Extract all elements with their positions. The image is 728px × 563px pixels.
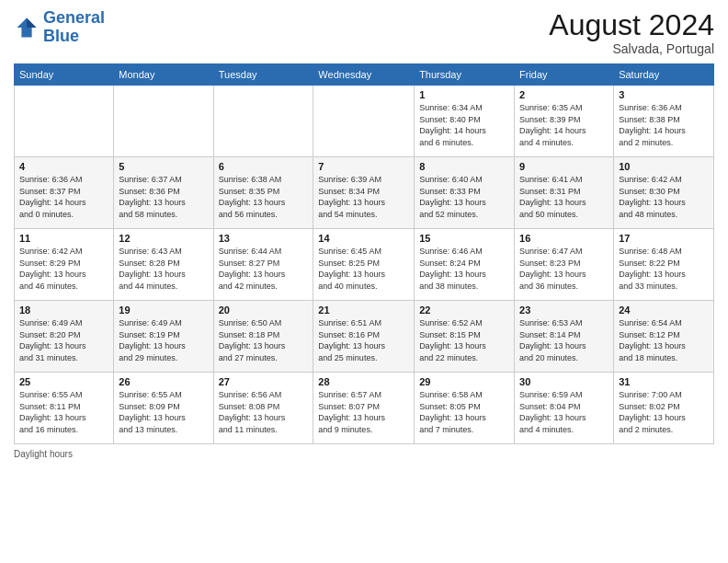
calendar: SundayMondayTuesdayWednesdayThursdayFrid… <box>14 63 714 444</box>
logo-icon <box>14 15 40 40</box>
day-info: Sunrise: 6:58 AM Sunset: 8:05 PM Dayligh… <box>419 389 509 435</box>
day-info: Sunrise: 6:54 AM Sunset: 8:12 PM Dayligh… <box>619 317 709 363</box>
day-number: 5 <box>119 161 208 172</box>
calendar-cell: 11Sunrise: 6:42 AM Sunset: 8:29 PM Dayli… <box>15 229 114 301</box>
calendar-day-header: Wednesday <box>313 64 415 86</box>
calendar-header-row: SundayMondayTuesdayWednesdayThursdayFrid… <box>15 64 714 86</box>
svg-marker-1 <box>27 17 37 28</box>
calendar-day-header: Sunday <box>15 64 114 86</box>
day-number: 19 <box>119 304 208 316</box>
day-info: Sunrise: 6:40 AM Sunset: 8:33 PM Dayligh… <box>419 174 509 220</box>
calendar-week-row: 1Sunrise: 6:34 AM Sunset: 8:40 PM Daylig… <box>15 86 714 157</box>
day-number: 15 <box>419 233 509 244</box>
calendar-cell: 30Sunrise: 6:59 AM Sunset: 8:04 PM Dayli… <box>515 373 614 444</box>
day-info: Sunrise: 6:38 AM Sunset: 8:35 PM Dayligh… <box>219 174 309 220</box>
day-info: Sunrise: 6:42 AM Sunset: 8:29 PM Dayligh… <box>19 246 108 292</box>
day-info: Sunrise: 6:55 AM Sunset: 8:11 PM Dayligh… <box>19 389 108 435</box>
calendar-cell: 29Sunrise: 6:58 AM Sunset: 8:05 PM Dayli… <box>415 373 515 444</box>
calendar-cell: 17Sunrise: 6:48 AM Sunset: 8:22 PM Dayli… <box>614 229 714 301</box>
day-info: Sunrise: 6:37 AM Sunset: 8:36 PM Dayligh… <box>119 174 208 220</box>
calendar-day-header: Tuesday <box>213 64 313 86</box>
day-number: 10 <box>619 161 709 172</box>
day-number: 2 <box>519 89 609 100</box>
day-number: 30 <box>519 376 609 387</box>
day-number: 9 <box>519 161 609 172</box>
calendar-cell: 6Sunrise: 6:38 AM Sunset: 8:35 PM Daylig… <box>213 157 313 229</box>
calendar-cell: 15Sunrise: 6:46 AM Sunset: 8:24 PM Dayli… <box>415 229 515 301</box>
calendar-week-row: 11Sunrise: 6:42 AM Sunset: 8:29 PM Dayli… <box>15 229 714 301</box>
calendar-day-header: Thursday <box>415 64 515 86</box>
calendar-cell: 1Sunrise: 6:34 AM Sunset: 8:40 PM Daylig… <box>415 86 515 157</box>
calendar-week-row: 25Sunrise: 6:55 AM Sunset: 8:11 PM Dayli… <box>15 373 714 444</box>
day-number: 31 <box>619 376 709 387</box>
calendar-cell: 12Sunrise: 6:43 AM Sunset: 8:28 PM Dayli… <box>114 229 213 301</box>
day-number: 23 <box>519 304 609 316</box>
day-info: Sunrise: 6:50 AM Sunset: 8:18 PM Dayligh… <box>219 317 309 363</box>
calendar-cell: 13Sunrise: 6:44 AM Sunset: 8:27 PM Dayli… <box>213 229 313 301</box>
page: General Blue August 2024 Salvada, Portug… <box>0 0 728 563</box>
day-number: 6 <box>219 161 309 172</box>
calendar-cell: 28Sunrise: 6:57 AM Sunset: 8:07 PM Dayli… <box>313 373 415 444</box>
day-number: 28 <box>318 376 409 387</box>
calendar-cell: 26Sunrise: 6:55 AM Sunset: 8:09 PM Dayli… <box>114 373 213 444</box>
day-number: 17 <box>619 233 709 244</box>
location: Salvada, Portugal <box>549 41 714 56</box>
day-info: Sunrise: 6:46 AM Sunset: 8:24 PM Dayligh… <box>419 246 509 292</box>
calendar-week-row: 18Sunrise: 6:49 AM Sunset: 8:20 PM Dayli… <box>15 301 714 373</box>
day-number: 29 <box>419 376 509 387</box>
day-info: Sunrise: 6:49 AM Sunset: 8:20 PM Dayligh… <box>19 317 108 363</box>
day-info: Sunrise: 6:57 AM Sunset: 8:07 PM Dayligh… <box>318 389 409 435</box>
month-year: August 2024 <box>549 9 714 41</box>
calendar-day-header: Monday <box>114 64 213 86</box>
calendar-cell <box>313 86 415 157</box>
title-block: August 2024 Salvada, Portugal <box>549 9 714 56</box>
calendar-cell: 22Sunrise: 6:52 AM Sunset: 8:15 PM Dayli… <box>415 301 515 373</box>
calendar-cell: 27Sunrise: 6:56 AM Sunset: 8:08 PM Dayli… <box>213 373 313 444</box>
calendar-cell: 5Sunrise: 6:37 AM Sunset: 8:36 PM Daylig… <box>114 157 213 229</box>
day-number: 14 <box>318 233 409 244</box>
calendar-cell: 20Sunrise: 6:50 AM Sunset: 8:18 PM Dayli… <box>213 301 313 373</box>
day-info: Sunrise: 6:36 AM Sunset: 8:37 PM Dayligh… <box>19 174 108 220</box>
day-info: Sunrise: 6:53 AM Sunset: 8:14 PM Dayligh… <box>519 317 609 363</box>
calendar-cell <box>15 86 114 157</box>
day-number: 20 <box>219 304 309 316</box>
calendar-cell: 4Sunrise: 6:36 AM Sunset: 8:37 PM Daylig… <box>15 157 114 229</box>
calendar-cell: 16Sunrise: 6:47 AM Sunset: 8:23 PM Dayli… <box>515 229 614 301</box>
day-number: 22 <box>419 304 509 316</box>
calendar-cell: 21Sunrise: 6:51 AM Sunset: 8:16 PM Dayli… <box>313 301 415 373</box>
day-number: 18 <box>19 304 108 316</box>
calendar-cell: 7Sunrise: 6:39 AM Sunset: 8:34 PM Daylig… <box>313 157 415 229</box>
day-info: Sunrise: 6:35 AM Sunset: 8:39 PM Dayligh… <box>519 102 609 148</box>
calendar-cell: 8Sunrise: 6:40 AM Sunset: 8:33 PM Daylig… <box>415 157 515 229</box>
day-number: 1 <box>419 89 509 100</box>
calendar-day-header: Friday <box>515 64 614 86</box>
calendar-cell: 3Sunrise: 6:36 AM Sunset: 8:38 PM Daylig… <box>614 86 714 157</box>
day-info: Sunrise: 6:59 AM Sunset: 8:04 PM Dayligh… <box>519 389 609 435</box>
day-info: Sunrise: 6:39 AM Sunset: 8:34 PM Dayligh… <box>318 174 409 220</box>
day-info: Sunrise: 6:36 AM Sunset: 8:38 PM Dayligh… <box>619 102 709 148</box>
footer-note: Daylight hours <box>14 449 714 459</box>
day-info: Sunrise: 7:00 AM Sunset: 8:02 PM Dayligh… <box>619 389 709 435</box>
day-number: 11 <box>19 233 108 244</box>
day-number: 3 <box>619 89 709 100</box>
logo: General Blue <box>14 9 105 46</box>
day-info: Sunrise: 6:41 AM Sunset: 8:31 PM Dayligh… <box>519 174 609 220</box>
calendar-cell: 10Sunrise: 6:42 AM Sunset: 8:30 PM Dayli… <box>614 157 714 229</box>
logo-text: General Blue <box>43 9 105 46</box>
day-info: Sunrise: 6:42 AM Sunset: 8:30 PM Dayligh… <box>619 174 709 220</box>
day-number: 12 <box>119 233 208 244</box>
day-number: 25 <box>19 376 108 387</box>
day-number: 27 <box>219 376 309 387</box>
day-info: Sunrise: 6:44 AM Sunset: 8:27 PM Dayligh… <box>219 246 309 292</box>
day-number: 26 <box>119 376 208 387</box>
day-number: 24 <box>619 304 709 316</box>
calendar-day-header: Saturday <box>614 64 714 86</box>
day-number: 16 <box>519 233 609 244</box>
calendar-cell <box>213 86 313 157</box>
day-info: Sunrise: 6:52 AM Sunset: 8:15 PM Dayligh… <box>419 317 509 363</box>
calendar-cell: 24Sunrise: 6:54 AM Sunset: 8:12 PM Dayli… <box>614 301 714 373</box>
day-number: 8 <box>419 161 509 172</box>
day-number: 21 <box>318 304 409 316</box>
calendar-cell: 9Sunrise: 6:41 AM Sunset: 8:31 PM Daylig… <box>515 157 614 229</box>
day-info: Sunrise: 6:34 AM Sunset: 8:40 PM Dayligh… <box>419 102 509 148</box>
